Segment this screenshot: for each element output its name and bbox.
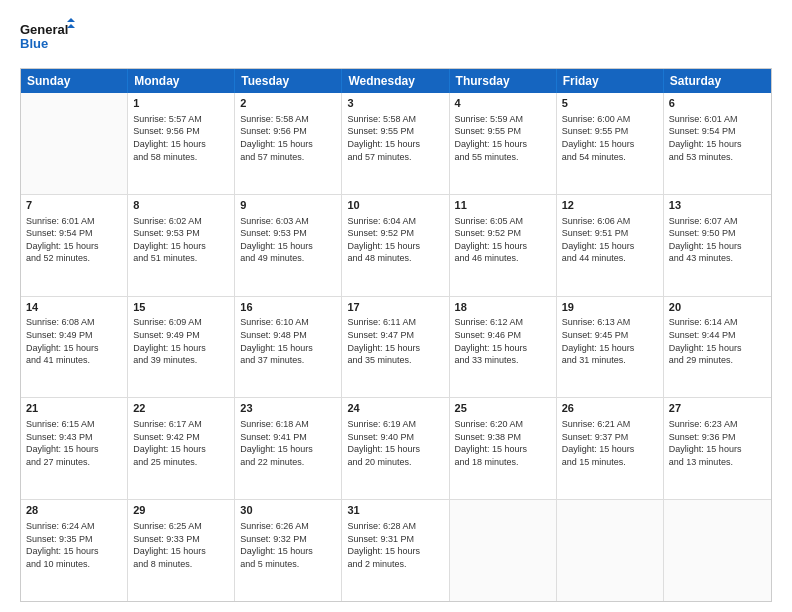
day-number: 9	[240, 198, 336, 213]
day-number: 16	[240, 300, 336, 315]
calendar-row: 21Sunrise: 6:15 AMSunset: 9:43 PMDayligh…	[21, 398, 771, 500]
day-number: 15	[133, 300, 229, 315]
logo-svg: General Blue	[20, 18, 75, 58]
calendar-body: 1Sunrise: 5:57 AMSunset: 9:56 PMDaylight…	[21, 93, 771, 601]
day-info: Sunrise: 6:26 AMSunset: 9:32 PMDaylight:…	[240, 520, 336, 570]
day-info: Sunrise: 6:06 AMSunset: 9:51 PMDaylight:…	[562, 215, 658, 265]
day-number: 31	[347, 503, 443, 518]
day-number: 17	[347, 300, 443, 315]
calendar-cell: 17Sunrise: 6:11 AMSunset: 9:47 PMDayligh…	[342, 297, 449, 398]
day-number: 11	[455, 198, 551, 213]
calendar-cell: 5Sunrise: 6:00 AMSunset: 9:55 PMDaylight…	[557, 93, 664, 194]
calendar-cell: 30Sunrise: 6:26 AMSunset: 9:32 PMDayligh…	[235, 500, 342, 601]
calendar-cell: 12Sunrise: 6:06 AMSunset: 9:51 PMDayligh…	[557, 195, 664, 296]
day-info: Sunrise: 5:59 AMSunset: 9:55 PMDaylight:…	[455, 113, 551, 163]
calendar-cell: 27Sunrise: 6:23 AMSunset: 9:36 PMDayligh…	[664, 398, 771, 499]
day-info: Sunrise: 6:02 AMSunset: 9:53 PMDaylight:…	[133, 215, 229, 265]
day-number: 10	[347, 198, 443, 213]
calendar: SundayMondayTuesdayWednesdayThursdayFrid…	[20, 68, 772, 602]
day-info: Sunrise: 6:17 AMSunset: 9:42 PMDaylight:…	[133, 418, 229, 468]
calendar-row: 1Sunrise: 5:57 AMSunset: 9:56 PMDaylight…	[21, 93, 771, 195]
day-info: Sunrise: 6:18 AMSunset: 9:41 PMDaylight:…	[240, 418, 336, 468]
day-info: Sunrise: 6:19 AMSunset: 9:40 PMDaylight:…	[347, 418, 443, 468]
day-number: 1	[133, 96, 229, 111]
svg-marker-2	[67, 18, 75, 22]
calendar-cell: 18Sunrise: 6:12 AMSunset: 9:46 PMDayligh…	[450, 297, 557, 398]
day-number: 3	[347, 96, 443, 111]
logo: General Blue	[20, 18, 75, 58]
day-number: 23	[240, 401, 336, 416]
calendar-cell: 10Sunrise: 6:04 AMSunset: 9:52 PMDayligh…	[342, 195, 449, 296]
day-number: 8	[133, 198, 229, 213]
svg-text:General: General	[20, 22, 68, 37]
calendar-cell: 22Sunrise: 6:17 AMSunset: 9:42 PMDayligh…	[128, 398, 235, 499]
calendar-page: General Blue SundayMondayTuesdayWednesda…	[0, 0, 792, 612]
day-info: Sunrise: 6:28 AMSunset: 9:31 PMDaylight:…	[347, 520, 443, 570]
calendar-cell: 13Sunrise: 6:07 AMSunset: 9:50 PMDayligh…	[664, 195, 771, 296]
calendar-cell	[664, 500, 771, 601]
calendar-cell: 1Sunrise: 5:57 AMSunset: 9:56 PMDaylight…	[128, 93, 235, 194]
header: General Blue	[20, 18, 772, 58]
calendar-cell: 19Sunrise: 6:13 AMSunset: 9:45 PMDayligh…	[557, 297, 664, 398]
weekday-header: Saturday	[664, 69, 771, 93]
day-info: Sunrise: 6:24 AMSunset: 9:35 PMDaylight:…	[26, 520, 122, 570]
day-number: 20	[669, 300, 766, 315]
day-info: Sunrise: 6:05 AMSunset: 9:52 PMDaylight:…	[455, 215, 551, 265]
day-number: 21	[26, 401, 122, 416]
day-info: Sunrise: 6:15 AMSunset: 9:43 PMDaylight:…	[26, 418, 122, 468]
day-info: Sunrise: 6:01 AMSunset: 9:54 PMDaylight:…	[669, 113, 766, 163]
day-number: 6	[669, 96, 766, 111]
calendar-cell: 25Sunrise: 6:20 AMSunset: 9:38 PMDayligh…	[450, 398, 557, 499]
calendar-cell: 24Sunrise: 6:19 AMSunset: 9:40 PMDayligh…	[342, 398, 449, 499]
calendar-cell: 4Sunrise: 5:59 AMSunset: 9:55 PMDaylight…	[450, 93, 557, 194]
calendar-cell: 6Sunrise: 6:01 AMSunset: 9:54 PMDaylight…	[664, 93, 771, 194]
day-info: Sunrise: 6:09 AMSunset: 9:49 PMDaylight:…	[133, 316, 229, 366]
day-number: 29	[133, 503, 229, 518]
day-number: 12	[562, 198, 658, 213]
day-number: 19	[562, 300, 658, 315]
day-number: 30	[240, 503, 336, 518]
day-number: 13	[669, 198, 766, 213]
calendar-row: 7Sunrise: 6:01 AMSunset: 9:54 PMDaylight…	[21, 195, 771, 297]
day-info: Sunrise: 6:00 AMSunset: 9:55 PMDaylight:…	[562, 113, 658, 163]
day-number: 22	[133, 401, 229, 416]
calendar-cell: 14Sunrise: 6:08 AMSunset: 9:49 PMDayligh…	[21, 297, 128, 398]
calendar-cell: 28Sunrise: 6:24 AMSunset: 9:35 PMDayligh…	[21, 500, 128, 601]
weekday-header: Friday	[557, 69, 664, 93]
weekday-header: Thursday	[450, 69, 557, 93]
day-info: Sunrise: 6:03 AMSunset: 9:53 PMDaylight:…	[240, 215, 336, 265]
day-info: Sunrise: 6:25 AMSunset: 9:33 PMDaylight:…	[133, 520, 229, 570]
calendar-cell: 2Sunrise: 5:58 AMSunset: 9:56 PMDaylight…	[235, 93, 342, 194]
weekday-header: Sunday	[21, 69, 128, 93]
day-info: Sunrise: 6:14 AMSunset: 9:44 PMDaylight:…	[669, 316, 766, 366]
day-info: Sunrise: 6:07 AMSunset: 9:50 PMDaylight:…	[669, 215, 766, 265]
day-info: Sunrise: 6:20 AMSunset: 9:38 PMDaylight:…	[455, 418, 551, 468]
calendar-cell: 29Sunrise: 6:25 AMSunset: 9:33 PMDayligh…	[128, 500, 235, 601]
day-number: 14	[26, 300, 122, 315]
day-number: 18	[455, 300, 551, 315]
day-info: Sunrise: 5:58 AMSunset: 9:56 PMDaylight:…	[240, 113, 336, 163]
day-number: 5	[562, 96, 658, 111]
day-info: Sunrise: 6:23 AMSunset: 9:36 PMDaylight:…	[669, 418, 766, 468]
calendar-cell: 7Sunrise: 6:01 AMSunset: 9:54 PMDaylight…	[21, 195, 128, 296]
day-info: Sunrise: 6:08 AMSunset: 9:49 PMDaylight:…	[26, 316, 122, 366]
day-info: Sunrise: 6:04 AMSunset: 9:52 PMDaylight:…	[347, 215, 443, 265]
calendar-cell	[450, 500, 557, 601]
weekday-header: Wednesday	[342, 69, 449, 93]
day-info: Sunrise: 6:11 AMSunset: 9:47 PMDaylight:…	[347, 316, 443, 366]
calendar-cell	[21, 93, 128, 194]
day-number: 25	[455, 401, 551, 416]
day-number: 7	[26, 198, 122, 213]
calendar-cell: 16Sunrise: 6:10 AMSunset: 9:48 PMDayligh…	[235, 297, 342, 398]
calendar-cell: 23Sunrise: 6:18 AMSunset: 9:41 PMDayligh…	[235, 398, 342, 499]
calendar-cell: 11Sunrise: 6:05 AMSunset: 9:52 PMDayligh…	[450, 195, 557, 296]
day-info: Sunrise: 6:12 AMSunset: 9:46 PMDaylight:…	[455, 316, 551, 366]
calendar-cell: 9Sunrise: 6:03 AMSunset: 9:53 PMDaylight…	[235, 195, 342, 296]
weekday-header: Monday	[128, 69, 235, 93]
calendar-cell: 8Sunrise: 6:02 AMSunset: 9:53 PMDaylight…	[128, 195, 235, 296]
calendar-row: 14Sunrise: 6:08 AMSunset: 9:49 PMDayligh…	[21, 297, 771, 399]
day-info: Sunrise: 6:01 AMSunset: 9:54 PMDaylight:…	[26, 215, 122, 265]
day-info: Sunrise: 6:10 AMSunset: 9:48 PMDaylight:…	[240, 316, 336, 366]
day-number: 28	[26, 503, 122, 518]
calendar-cell: 15Sunrise: 6:09 AMSunset: 9:49 PMDayligh…	[128, 297, 235, 398]
